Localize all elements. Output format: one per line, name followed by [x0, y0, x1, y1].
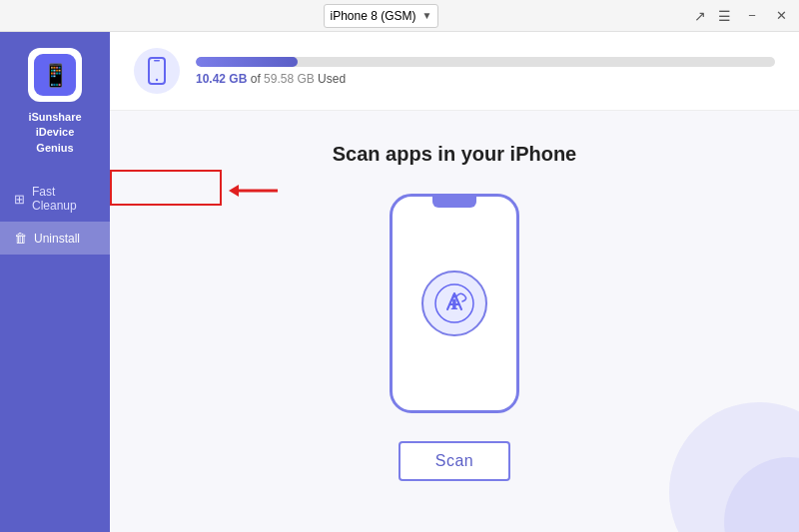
storage-used: 10.42 GB — [196, 72, 247, 86]
phone-body: ℹ — [390, 194, 519, 413]
storage-progress-fill — [196, 57, 298, 67]
svg-point-4 — [156, 79, 158, 81]
deco-circles — [599, 352, 799, 532]
close-button[interactable]: ✕ — [773, 7, 791, 25]
scan-area: Scan apps in your iPhone ℹ — [110, 111, 799, 532]
storage-total: 59.58 GB — [264, 72, 315, 86]
title-bar-actions: ↗ ☰ − ✕ — [694, 7, 791, 25]
storage-text: 10.42 GB of 59.58 GB Used — [196, 72, 775, 86]
storage-progress-bar — [196, 57, 775, 67]
storage-bar-section: 10.42 GB of 59.58 GB Used — [110, 32, 799, 111]
storage-of-label: of — [251, 72, 264, 86]
storage-info: 10.42 GB of 59.58 GB Used — [196, 57, 775, 86]
scan-title: Scan apps in your iPhone — [333, 143, 577, 166]
main-container: 📱 iSunshareiDeviceGenius ⊞ Fast Cleanup … — [0, 32, 799, 532]
scan-button[interactable]: Scan — [399, 441, 510, 481]
app-name-label: iSunshareiDeviceGenius — [28, 110, 81, 156]
device-dropdown[interactable]: iPhone 8 (GSM) ▼ — [324, 4, 439, 28]
dropdown-arrow-icon: ▼ — [422, 10, 432, 21]
uninstall-label: Uninstall — [34, 232, 80, 246]
sidebar-menu: ⊞ Fast Cleanup 🗑 Uninstall — [0, 176, 110, 255]
svg-point-6 — [724, 457, 799, 532]
app-logo: 📱 — [28, 48, 82, 102]
svg-rect-3 — [154, 60, 160, 62]
uninstall-icon: 🗑 — [14, 231, 27, 246]
menu-icon[interactable]: ☰ — [718, 8, 731, 24]
sidebar-item-uninstall[interactable]: 🗑 Uninstall — [0, 222, 110, 255]
storage-used-label: Used — [318, 72, 346, 86]
content-area: 10.42 GB of 59.58 GB Used Scan apps in y… — [110, 32, 799, 532]
sidebar: 📱 iSunshareiDeviceGenius ⊞ Fast Cleanup … — [0, 32, 110, 532]
phone-illustration: ℹ — [390, 194, 519, 413]
fast-cleanup-label: Fast Cleanup — [32, 185, 96, 213]
svg-point-5 — [669, 402, 799, 532]
title-bar: iPhone 8 (GSM) ▼ ↗ ☰ − ✕ — [0, 0, 799, 32]
device-icon — [134, 48, 180, 94]
device-name-label: iPhone 8 (GSM) — [331, 9, 416, 23]
title-bar-center: iPhone 8 (GSM) ▼ — [324, 4, 439, 28]
share-icon[interactable]: ↗ — [694, 8, 706, 24]
minimize-button[interactable]: − — [743, 7, 761, 25]
app-store-icon: ℹ — [421, 270, 487, 336]
svg-text:📱: 📱 — [42, 62, 70, 89]
fast-cleanup-icon: ⊞ — [14, 192, 25, 207]
sidebar-item-fast-cleanup[interactable]: ⊞ Fast Cleanup — [0, 176, 110, 222]
phone-notch — [432, 197, 476, 208]
